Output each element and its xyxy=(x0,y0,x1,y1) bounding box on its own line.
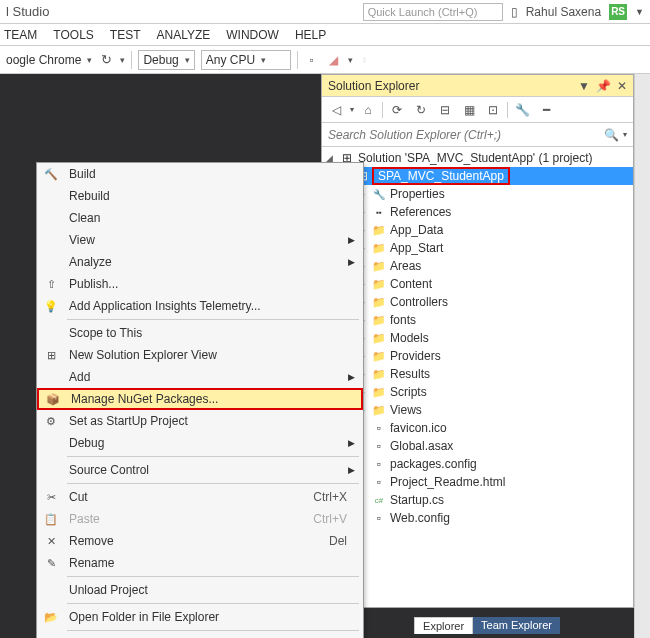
platform-dropdown[interactable]: Any CPU xyxy=(201,50,291,70)
menu-window[interactable]: WINDOW xyxy=(226,28,279,42)
menu-item-add-application-insights-telemetry[interactable]: 💡Add Application Insights Telemetry... xyxy=(37,295,363,317)
separator xyxy=(67,603,359,604)
panel-close-icon[interactable]: ✕ xyxy=(617,79,627,93)
notification-icon[interactable]: ▯ xyxy=(511,5,518,19)
tree-node[interactable]: ▷▫Web.config xyxy=(322,509,633,527)
menu-item-debug[interactable]: Debug▶ xyxy=(37,432,363,454)
separator xyxy=(67,630,359,631)
config-dropdown[interactable]: Debug xyxy=(138,50,194,70)
properties-icon[interactable]: ⊡ xyxy=(483,100,503,120)
tree-node[interactable]: ▷📁Models xyxy=(322,329,633,347)
menu-item-new-solution-explorer-view[interactable]: ⊞New Solution Explorer View xyxy=(37,344,363,366)
tree-node[interactable]: ▷📁Areas xyxy=(322,257,633,275)
folder-icon: 📁 xyxy=(372,331,386,345)
menu-tools[interactable]: TOOLS xyxy=(53,28,93,42)
back-icon[interactable]: ◁ xyxy=(326,100,346,120)
panel-header[interactable]: Solution Explorer ▼ 📌 ✕ xyxy=(322,75,633,97)
menu-item-open-folder-in-file-explorer[interactable]: 📂Open Folder in File Explorer xyxy=(37,606,363,628)
menu-item-scope-to-this[interactable]: Scope to This xyxy=(37,322,363,344)
tree-node[interactable]: ▷📁App_Data xyxy=(322,221,633,239)
tree-node-label: References xyxy=(390,205,451,219)
panel-dropdown-icon[interactable]: ▼ xyxy=(578,79,590,93)
tree-node[interactable]: ▷▫Global.asax xyxy=(322,437,633,455)
menu-analyze[interactable]: ANALYZE xyxy=(156,28,210,42)
project-node[interactable]: ◢ ⊞ SPA_MVC_StudentApp xyxy=(322,167,633,185)
menu-item-add[interactable]: Add▶ xyxy=(37,366,363,388)
chevron-down-icon[interactable]: ▼ xyxy=(635,7,644,17)
menu-item-label: Paste xyxy=(65,512,297,526)
tree-node[interactable]: ▷📁Controllers xyxy=(322,293,633,311)
sync-icon[interactable]: ⟳ xyxy=(387,100,407,120)
tree-node[interactable]: ▷📁Views xyxy=(322,401,633,419)
tree-node[interactable]: ▷▫favicon.ico xyxy=(322,419,633,437)
folder-icon: 📁 xyxy=(372,385,386,399)
chevron-down-icon[interactable]: ▾ xyxy=(623,130,627,139)
menu-item-manage-nuget-packages[interactable]: 📦Manage NuGet Packages... xyxy=(37,388,363,410)
tree-node[interactable]: ▷📁Providers xyxy=(322,347,633,365)
tree-node[interactable]: ▷c#Startup.cs xyxy=(322,491,633,509)
menu-item-cut[interactable]: ✂CutCtrl+X xyxy=(37,486,363,508)
collapse-icon[interactable]: ⊟ xyxy=(435,100,455,120)
browser-label[interactable]: oogle Chrome xyxy=(6,53,81,67)
tree-node[interactable]: ▷📁fonts xyxy=(322,311,633,329)
insights-icon: 💡 xyxy=(37,300,65,313)
tree-node[interactable]: ▷🔧Properties xyxy=(322,185,633,203)
menu-item-build[interactable]: 🔨Build xyxy=(37,163,363,185)
wrench-icon[interactable]: 🔧 xyxy=(512,100,532,120)
menu-item-label: Remove xyxy=(65,534,313,548)
chevron-down-icon[interactable]: ▾ xyxy=(87,55,92,65)
menu-item-rename[interactable]: ✎Rename xyxy=(37,552,363,574)
menu-item-view[interactable]: View▶ xyxy=(37,229,363,251)
user-name[interactable]: Rahul Saxena xyxy=(526,5,601,19)
menu-item-clean[interactable]: Clean xyxy=(37,207,363,229)
menu-item-unload-project[interactable]: Unload Project xyxy=(37,579,363,601)
tree-node[interactable]: ▷📁App_Start xyxy=(322,239,633,257)
tree-node[interactable]: ▷▪▪References xyxy=(322,203,633,221)
menu-item-label: Add Application Insights Telemetry... xyxy=(65,299,363,313)
dash-icon[interactable]: ━ xyxy=(536,100,556,120)
solution-tree[interactable]: ◢ ⊞ Solution 'SPA_MVC_StudentApp' (1 pro… xyxy=(322,147,633,607)
menu-item-analyze[interactable]: Analyze▶ xyxy=(37,251,363,273)
right-docking-strip[interactable] xyxy=(634,74,650,638)
refresh-icon[interactable]: ↻ xyxy=(411,100,431,120)
user-badge[interactable]: RS xyxy=(609,4,627,20)
menu-item-remove[interactable]: ✕RemoveDel xyxy=(37,530,363,552)
tree-node[interactable]: ▷📁Scripts xyxy=(322,383,633,401)
newview-icon: ⊞ xyxy=(37,349,65,362)
panel-pin-icon[interactable]: 📌 xyxy=(596,79,611,93)
tab-explorer[interactable]: Explorer xyxy=(414,617,473,634)
tree-node[interactable]: ▷📁Results xyxy=(322,365,633,383)
menu-test[interactable]: TEST xyxy=(110,28,141,42)
search-icon[interactable]: 🔍 xyxy=(604,128,619,142)
tree-node-label: packages.config xyxy=(390,457,477,471)
menu-item-label: Debug xyxy=(65,436,363,450)
menu-item-label: Clean xyxy=(65,211,363,225)
refresh-icon[interactable] xyxy=(98,52,114,68)
menu-item-rebuild[interactable]: Rebuild xyxy=(37,185,363,207)
file-icon: ▫ xyxy=(372,511,386,525)
tab-team-explorer[interactable]: Team Explorer xyxy=(473,617,560,634)
tree-node-label: App_Start xyxy=(390,241,443,255)
tree-node[interactable]: ▷▫Project_Readme.html xyxy=(322,473,633,491)
menu-item-properties[interactable]: 🔧PropertiesAlt+Enter xyxy=(37,633,363,638)
panel-search[interactable]: 🔍 ▾ xyxy=(322,123,633,147)
submenu-arrow-icon: ▶ xyxy=(348,465,355,475)
tree-node[interactable]: ▷▫packages.config xyxy=(322,455,633,473)
menu-item-source-control[interactable]: Source Control▶ xyxy=(37,459,363,481)
tb-icon-2[interactable]: ◢ xyxy=(326,52,342,68)
separator xyxy=(67,456,359,457)
quick-launch-input[interactable]: Quick Launch (Ctrl+Q) xyxy=(363,3,503,21)
menu-team[interactable]: TEAM xyxy=(4,28,37,42)
tree-node-label: favicon.ico xyxy=(390,421,447,435)
submenu-arrow-icon: ▶ xyxy=(348,257,355,267)
tree-node[interactable]: ▷📁Content xyxy=(322,275,633,293)
menu-help[interactable]: HELP xyxy=(295,28,326,42)
toolbar: oogle Chrome ▾ ▾ Debug Any CPU ▫ ◢ ▾ ⦂ xyxy=(0,46,650,74)
search-input[interactable] xyxy=(328,128,604,142)
menu-item-publish[interactable]: ⇧Publish... xyxy=(37,273,363,295)
show-all-icon[interactable]: ▦ xyxy=(459,100,479,120)
solution-node[interactable]: ◢ ⊞ Solution 'SPA_MVC_StudentApp' (1 pro… xyxy=(322,149,633,167)
home-icon[interactable]: ⌂ xyxy=(358,100,378,120)
tb-icon-1[interactable]: ▫ xyxy=(304,52,320,68)
menu-item-set-as-startup-project[interactable]: ⚙Set as StartUp Project xyxy=(37,410,363,432)
